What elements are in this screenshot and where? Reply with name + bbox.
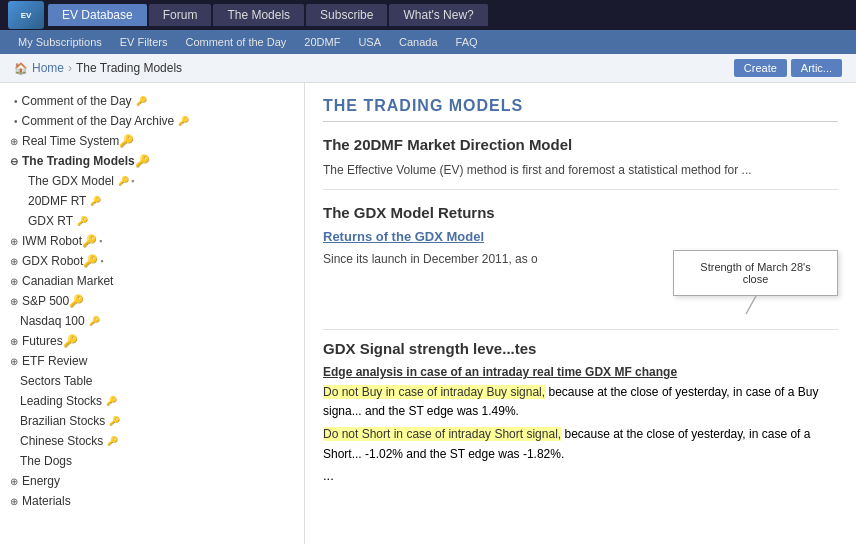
create-button[interactable]: Create bbox=[734, 59, 787, 77]
key-icon-brazilian: 🔑 bbox=[109, 416, 120, 426]
sidebar-section-real-time[interactable]: ⊕ Real Time System 🔑 bbox=[0, 131, 304, 151]
sidebar-item-brazilian-stocks[interactable]: Brazilian Stocks 🔑 bbox=[0, 411, 304, 431]
sidebar-section-etf-review[interactable]: ⊕ ETF Review bbox=[0, 351, 304, 371]
expand-icon-real-time: ⊕ bbox=[10, 136, 18, 147]
divider-1 bbox=[323, 189, 838, 190]
sidebar-section-gdx-robot[interactable]: ⊕ GDX Robot 🔑 ▪ bbox=[0, 251, 304, 271]
expand-icon-sp500: ⊕ bbox=[10, 296, 18, 307]
expand-icon-gdx-robot: ⊕ bbox=[10, 256, 18, 267]
section-gdx-returns: The GDX Model Returns Returns of the GDX… bbox=[323, 204, 838, 319]
signal-title-part1: GDX Signal strength leve bbox=[323, 340, 502, 357]
sidebar: • Comment of the Day 🔑 • Comment of the … bbox=[0, 83, 305, 544]
breadcrumb-bar: 🏠 Home › The Trading Models Create Artic… bbox=[0, 54, 856, 83]
section-gdx-text: Since its launch in December 2011, as o bbox=[323, 250, 663, 268]
nav-tab-ev-database[interactable]: EV Database bbox=[48, 4, 147, 26]
key-icon-futures: 🔑 bbox=[63, 334, 78, 348]
signal-line1-highlight: Do not Buy in case of intraday Buy signa… bbox=[323, 385, 545, 399]
key-icon-archive: 🔑 bbox=[178, 116, 189, 126]
sidebar-section-futures[interactable]: ⊕ Futures 🔑 bbox=[0, 331, 304, 351]
sidebar-item-gdx-model[interactable]: The GDX Model 🔑 ▪ bbox=[0, 171, 304, 191]
nav-tab-whats-new[interactable]: What's New? bbox=[389, 4, 487, 26]
sec-nav-comment-day[interactable]: Comment of the Day bbox=[177, 34, 294, 50]
breadcrumb: 🏠 Home › The Trading Models bbox=[14, 61, 182, 75]
logo-area: EV bbox=[8, 1, 44, 29]
key-icon-trading-models: 🔑 bbox=[135, 154, 150, 168]
top-nav-bar: EV EV Database Forum The Models Subscrib… bbox=[0, 0, 856, 30]
key-icon-gdx-rt: 🔑 bbox=[77, 216, 88, 226]
sec-nav-20dmf[interactable]: 20DMF bbox=[296, 34, 348, 50]
callout-text: Strength of March 28's close bbox=[700, 261, 810, 285]
sidebar-section-iwm-robot[interactable]: ⊕ IWM Robot 🔑 ▪ bbox=[0, 231, 304, 251]
signal-title-dots: ... bbox=[502, 340, 515, 357]
sec-nav-ev-filters[interactable]: EV Filters bbox=[112, 34, 176, 50]
main-nav-tabs: EV Database Forum The Models Subscribe W… bbox=[48, 4, 488, 26]
nav-tab-forum[interactable]: Forum bbox=[149, 4, 212, 26]
sidebar-section-sp500[interactable]: ⊕ S&P 500 🔑 bbox=[0, 291, 304, 311]
signal-title-part2: tes bbox=[515, 340, 537, 357]
sidebar-item-20dmf-rt[interactable]: 20DMF RT 🔑 bbox=[0, 191, 304, 211]
breadcrumb-home[interactable]: Home bbox=[32, 61, 64, 75]
bullet-icon: • bbox=[14, 96, 18, 107]
key-icon-20dmf-rt: 🔑 bbox=[90, 196, 101, 206]
expand-icon-canadian: ⊕ bbox=[10, 276, 18, 287]
main-layout: • Comment of the Day 🔑 • Comment of the … bbox=[0, 83, 856, 544]
key-icon-chinese: 🔑 bbox=[107, 436, 118, 446]
section-ellipsis: ... bbox=[323, 468, 838, 483]
expand-icon-futures: ⊕ bbox=[10, 336, 18, 347]
breadcrumb-separator: › bbox=[68, 61, 72, 75]
divider-2 bbox=[323, 329, 838, 330]
sidebar-section-materials[interactable]: ⊕ Materials bbox=[0, 491, 304, 511]
sidebar-item-the-dogs[interactable]: The Dogs bbox=[0, 451, 304, 471]
sec-nav-usa[interactable]: USA bbox=[350, 34, 389, 50]
sidebar-section-canadian-market[interactable]: ⊕ Canadian Market bbox=[0, 271, 304, 291]
sec-nav-faq[interactable]: FAQ bbox=[448, 34, 486, 50]
section-20dmf-text: The Effective Volume (EV) method is firs… bbox=[323, 161, 838, 179]
sidebar-item-comment-archive[interactable]: • Comment of the Day Archive 🔑 bbox=[0, 111, 304, 131]
article-button[interactable]: Artic... bbox=[791, 59, 842, 77]
iwm-special-icon: ▪ bbox=[99, 236, 102, 246]
key-icon-iwm: 🔑 bbox=[82, 234, 97, 248]
breadcrumb-current: The Trading Models bbox=[76, 61, 182, 75]
top-action-buttons: Create Artic... bbox=[734, 59, 842, 77]
sidebar-item-comment-day[interactable]: • Comment of the Day 🔑 bbox=[0, 91, 304, 111]
key-icon-gdx-robot: 🔑 bbox=[83, 254, 98, 268]
sidebar-section-energy[interactable]: ⊕ Energy bbox=[0, 471, 304, 491]
expand-icon-etf: ⊕ bbox=[10, 356, 18, 367]
nav-tab-subscribe[interactable]: Subscribe bbox=[306, 4, 387, 26]
callout-box: Strength of March 28's close bbox=[673, 250, 838, 296]
expand-icon-iwm: ⊕ bbox=[10, 236, 18, 247]
main-content: THE TRADING MODELS The 20DMF Market Dire… bbox=[305, 83, 856, 544]
site-logo: EV bbox=[8, 1, 44, 29]
callout-arrow bbox=[673, 296, 838, 319]
sec-nav-canada[interactable]: Canada bbox=[391, 34, 446, 50]
svg-line-0 bbox=[746, 296, 756, 314]
page-title: THE TRADING MODELS bbox=[323, 97, 838, 122]
key-icon-sp500: 🔑 bbox=[69, 294, 84, 308]
expand-icon-energy: ⊕ bbox=[10, 476, 18, 487]
gdx-robot-special-icon: ▪ bbox=[100, 256, 103, 266]
section-gdx-signal: GDX Signal strength leve...tes Edge anal… bbox=[323, 340, 838, 483]
section-20dmf-title: The 20DMF Market Direction Model bbox=[323, 136, 838, 153]
gdx-content-row: Since its launch in December 2011, as o … bbox=[323, 250, 838, 319]
sidebar-item-leading-stocks[interactable]: Leading Stocks 🔑 bbox=[0, 391, 304, 411]
key-icon-comment-day: 🔑 bbox=[136, 96, 147, 106]
callout-area: Strength of March 28's close bbox=[673, 250, 838, 319]
sidebar-item-gdx-rt[interactable]: GDX RT 🔑 bbox=[0, 211, 304, 231]
sidebar-item-sectors-table[interactable]: Sectors Table bbox=[0, 371, 304, 391]
secondary-nav: My Subscriptions EV Filters Comment of t… bbox=[0, 30, 856, 54]
key-icon-real-time: 🔑 bbox=[119, 134, 134, 148]
section-gdx-subtitle: Returns of the GDX Model bbox=[323, 229, 838, 244]
signal-line2-highlight: Do not Short in case of intraday Short s… bbox=[323, 427, 561, 441]
section-gdx-title: The GDX Model Returns bbox=[323, 204, 838, 221]
sidebar-section-trading-models[interactable]: ⊖ The Trading Models 🔑 bbox=[0, 151, 304, 171]
sidebar-item-nasdaq100[interactable]: Nasdaq 100 🔑 bbox=[0, 311, 304, 331]
section-20dmf: The 20DMF Market Direction Model The Eff… bbox=[323, 136, 838, 179]
gdx-model-special-icon: ▪ bbox=[131, 176, 134, 186]
nav-tab-models[interactable]: The Models bbox=[213, 4, 304, 26]
key-icon-nasdaq: 🔑 bbox=[89, 316, 100, 326]
bullet-icon-archive: • bbox=[14, 116, 18, 127]
signal-line1: Do not Buy in case of intraday Buy signa… bbox=[323, 383, 838, 421]
sidebar-item-chinese-stocks[interactable]: Chinese Stocks 🔑 bbox=[0, 431, 304, 451]
edge-analysis-header: Edge analysis in case of an intraday rea… bbox=[323, 365, 838, 379]
sec-nav-my-subscriptions[interactable]: My Subscriptions bbox=[10, 34, 110, 50]
